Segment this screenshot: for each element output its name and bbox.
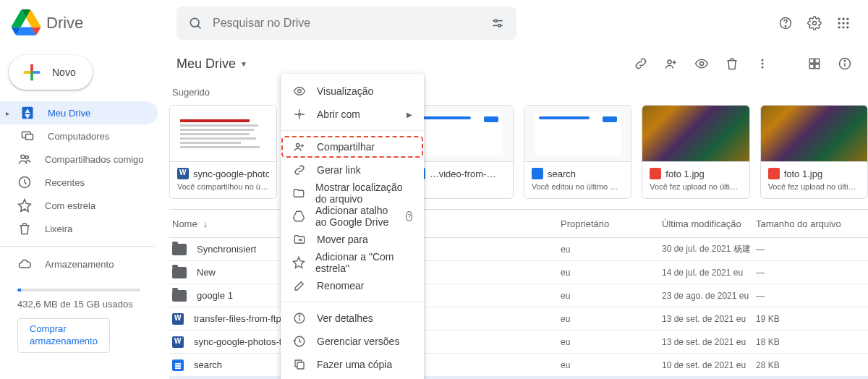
- file-size: 18 KB: [756, 337, 854, 347]
- sidebar-label-trash: Lixeira: [45, 223, 72, 234]
- ctx-folder[interactable]: Mostrar localização do arquivo: [281, 182, 424, 205]
- cloud-icon: [17, 257, 32, 271]
- sidebar-label-recent: Recentes: [45, 177, 85, 188]
- ctx-open[interactable]: Abrir com▶: [281, 103, 424, 126]
- suggested-card[interactable]: foto 1.jpgVocê fez upload no último mês: [760, 105, 868, 199]
- ctx-rename[interactable]: Renomear: [281, 274, 424, 297]
- more-icon[interactable]: [754, 55, 771, 72]
- ctx-copy[interactable]: Fazer uma cópia: [281, 353, 424, 376]
- app-name: Drive: [46, 14, 83, 33]
- table-row[interactable]: searcheu10 de set. de 2021 eu28 KB: [169, 354, 868, 377]
- file-size: —: [756, 291, 854, 301]
- trash-icon: [17, 221, 32, 236]
- ctx-move[interactable]: Mover para: [281, 228, 424, 251]
- svg-point-27: [762, 67, 764, 69]
- card-subtitle: Você fez upload no último mês: [650, 182, 741, 191]
- file-owner: eu: [561, 314, 662, 324]
- card-title: sync-google-photos-to-dropb…: [193, 169, 269, 179]
- grid-view-icon[interactable]: [806, 55, 823, 72]
- ctx-label: Adicionar a "Com estrela": [315, 251, 412, 274]
- ctx-label: Mostrar localização do arquivo: [315, 182, 412, 205]
- col-header-size[interactable]: Tamanho do arquivo: [756, 218, 854, 229]
- search-bar[interactable]: [176, 7, 516, 40]
- sidebar-item-starred[interactable]: Com estrela: [0, 194, 158, 217]
- ctx-person-add[interactable]: Compartilhar: [281, 135, 424, 158]
- ctx-label: Compartilhar: [317, 141, 375, 153]
- folder-icon: [172, 267, 187, 278]
- buy-storage-button[interactable]: Comprar armazenamento: [17, 318, 110, 353]
- ctx-label: Fazer uma cópia: [317, 359, 392, 370]
- details-icon[interactable]: [836, 55, 854, 72]
- delete-icon[interactable]: [723, 55, 741, 72]
- rename-icon: [292, 278, 307, 293]
- breadcrumb[interactable]: Meu Drive ▼: [169, 52, 255, 76]
- sidebar-label-my-drive: Meu Drive: [48, 108, 90, 119]
- ctx-report[interactable]: Denunciar abuso: [281, 376, 424, 379]
- ctx-versions[interactable]: Gerenciar versões: [281, 330, 424, 353]
- svg-point-41: [297, 144, 300, 148]
- support-icon[interactable]: [777, 14, 794, 32]
- suggested-card[interactable]: searchVocê editou no último mês: [524, 105, 631, 199]
- suggested-card[interactable]: sync-google-photos-to-dropb…Você compart…: [169, 105, 277, 199]
- svg-point-11: [846, 18, 848, 20]
- ctx-link[interactable]: Gerar link: [281, 158, 424, 182]
- sidebar-item-shared[interactable]: Compartilhados comigo: [0, 148, 158, 171]
- sidebar-item-recent[interactable]: Recentes: [0, 171, 158, 194]
- open-icon: [292, 107, 307, 122]
- svg-point-5: [498, 25, 501, 27]
- preview-icon[interactable]: [693, 55, 710, 72]
- copy-icon: [292, 357, 307, 372]
- file-type-icon: [650, 168, 661, 179]
- apps-icon[interactable]: [835, 14, 852, 32]
- ctx-label: Abrir com: [317, 108, 360, 120]
- file-owner: eu: [561, 337, 662, 347]
- sidebar-item-computers[interactable]: Computadores: [0, 124, 158, 148]
- ctx-drive[interactable]: Adicionar atalho ao Google Drive?: [281, 205, 424, 228]
- file-modified: 23 de ago. de 2021 eu: [662, 291, 756, 301]
- help-icon: ?: [406, 211, 412, 221]
- move-icon: [292, 232, 307, 247]
- file-size: 28 KB: [756, 360, 854, 370]
- search-input[interactable]: [213, 17, 480, 30]
- search-options-icon[interactable]: [489, 14, 506, 32]
- file-name: google 1: [197, 290, 233, 301]
- drive-icon: [20, 106, 35, 120]
- folder-icon: [292, 186, 305, 200]
- file-name: search: [194, 359, 222, 370]
- file-type-icon: [768, 168, 780, 179]
- table-row[interactable]: sync-google-photos-to-dropbox.docxeu13 d…: [169, 331, 868, 354]
- ctx-eye[interactable]: Visualização: [281, 80, 424, 103]
- share-icon[interactable]: [663, 55, 680, 72]
- sidebar-item-my-drive[interactable]: Meu Drive: [0, 101, 158, 124]
- settings-icon[interactable]: [806, 14, 823, 32]
- clock-icon: [17, 175, 32, 190]
- ctx-label: Adicionar atalho ao Google Drive: [315, 205, 396, 228]
- col-header-owner[interactable]: Proprietário: [561, 218, 662, 229]
- eye-icon: [292, 84, 307, 98]
- file-type-icon: [177, 168, 189, 179]
- person-add-icon: [292, 140, 307, 154]
- table-row[interactable]: Synchronisierteu30 de jul. de 2021 杨建—: [169, 238, 868, 261]
- table-row[interactable]: transfer-files-from-ftp-server-to-onedri…: [169, 307, 868, 331]
- ctx-star[interactable]: Adicionar a "Com estrela": [281, 251, 424, 274]
- sidebar-item-storage[interactable]: Armazenamento: [0, 252, 158, 276]
- svg-point-44: [299, 315, 299, 316]
- shared-icon: [17, 152, 32, 166]
- file-type-icon: [532, 168, 543, 179]
- suggested-card[interactable]: foto 1.jpgVocê fez upload no último mês: [642, 105, 749, 199]
- file-modified: 13 de set. de 2021 eu: [662, 314, 756, 324]
- col-header-modified[interactable]: Última modificação: [662, 218, 756, 229]
- svg-point-16: [842, 26, 844, 28]
- ctx-info[interactable]: Ver detalhes: [281, 307, 424, 330]
- sidebar-label-computers: Computadores: [48, 131, 109, 142]
- chevron-right-icon: ▶: [407, 111, 412, 119]
- get-link-icon[interactable]: [632, 55, 650, 72]
- file-size: —: [756, 268, 854, 278]
- svg-point-15: [838, 26, 841, 28]
- table-row[interactable]: Neweu14 de jul. de 2021 eu—: [169, 261, 868, 284]
- sidebar-item-trash[interactable]: Lixeira: [0, 217, 158, 240]
- storage-used-text: 432,6 MB de 15 GB usados: [17, 299, 149, 310]
- new-button[interactable]: Novo: [9, 55, 93, 90]
- sort-arrow-icon: ↓: [203, 218, 208, 229]
- table-row[interactable]: google 1eu23 de ago. de 2021 eu—: [169, 284, 868, 307]
